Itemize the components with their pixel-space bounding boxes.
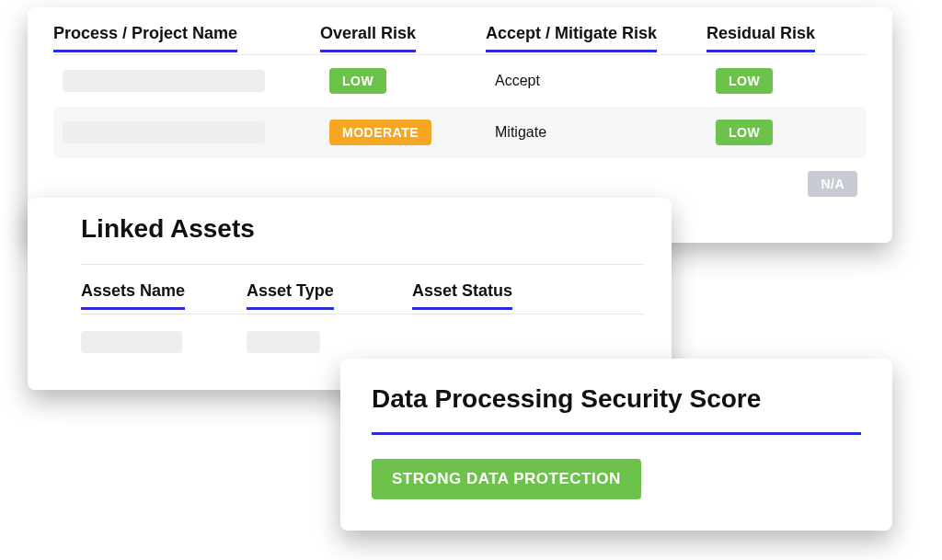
col-asset-name: Assets Name	[81, 281, 185, 306]
asset-row[interactable]	[81, 314, 644, 353]
linked-assets-title: Linked Assets	[81, 214, 644, 244]
col-overall-risk: Overall Risk	[320, 24, 416, 49]
na-badge: N/A	[808, 171, 857, 197]
col-asset-type: Asset Type	[247, 281, 334, 306]
col-residual-risk: Residual Risk	[706, 24, 815, 49]
security-score-title: Data Processing Security Score	[372, 384, 861, 414]
name-placeholder	[63, 121, 265, 143]
col-action: Accept / Mitigate Risk	[486, 24, 657, 49]
risk-table-header: Process / Project Name Overall Risk Acce…	[53, 24, 867, 55]
col-process-name: Process / Project Name	[53, 24, 237, 49]
security-score-card: Data Processing Security Score STRONG DA…	[340, 359, 892, 531]
residual-risk-badge: LOW	[716, 68, 773, 94]
overall-risk-badge: MODERATE	[329, 120, 431, 145]
risk-action: Mitigate	[495, 124, 706, 141]
overall-risk-badge: LOW	[329, 68, 386, 94]
asset-name-placeholder	[81, 331, 182, 353]
assets-table-header: Assets Name Asset Type Asset Status	[81, 264, 644, 314]
col-asset-status: Asset Status	[412, 281, 512, 306]
security-score-badge: STRONG DATA PROTECTION	[372, 459, 641, 499]
divider	[372, 432, 861, 435]
asset-type-placeholder	[247, 331, 320, 353]
name-placeholder	[63, 70, 265, 92]
risk-row[interactable]: MODERATE Mitigate LOW	[53, 107, 867, 158]
risk-row[interactable]: LOW Accept LOW	[53, 55, 867, 107]
risk-action: Accept	[495, 73, 706, 89]
residual-risk-badge: LOW	[716, 120, 773, 145]
